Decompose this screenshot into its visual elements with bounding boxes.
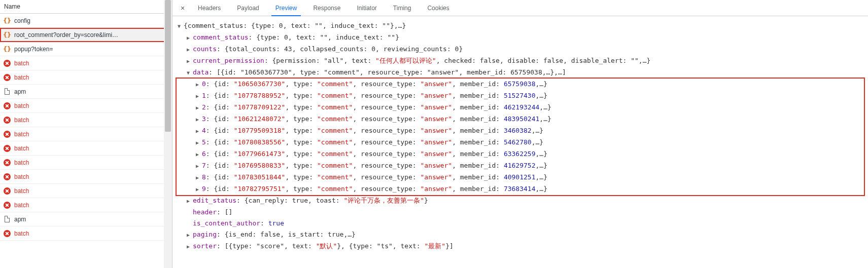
error-icon [3, 102, 11, 110]
expand-closed-icon[interactable] [196, 183, 202, 195]
json-line[interactable]: 8: {id: "10783051844", type: "comment", … [178, 172, 863, 183]
close-icon[interactable]: × [176, 4, 190, 12]
json-content: 8: {id: "10783051844", type: "comment", … [202, 172, 547, 183]
request-row[interactable]: batch [0, 170, 172, 184]
json-line[interactable]: is_content_author: true [178, 218, 863, 229]
request-row[interactable]: apm [0, 85, 172, 99]
expand-closed-icon[interactable] [187, 44, 193, 55]
json-line[interactable]: counts: {total_counts: 43, collapsed_cou… [178, 44, 863, 55]
expand-closed-icon[interactable] [187, 195, 193, 207]
json-line[interactable]: {comment_status: {type: 0, text: "", ind… [178, 20, 863, 32]
json-content: current_permission: {permission: "all", … [193, 55, 650, 66]
request-label: batch [14, 187, 29, 195]
json-line[interactable]: data: [{id: "10650367730", type: "commen… [178, 67, 863, 79]
expand-open-icon[interactable] [187, 67, 193, 79]
json-content: 6: {id: "10779661473", type: "comment", … [202, 148, 547, 160]
expand-closed-icon[interactable] [196, 90, 202, 102]
expand-closed-icon[interactable] [196, 102, 202, 113]
expand-closed-icon[interactable] [187, 229, 193, 241]
json-icon: {} [3, 31, 11, 39]
request-row[interactable]: batch [0, 141, 172, 156]
tabs-bar: × HeadersPayloadPreviewResponseInitiator… [172, 0, 868, 16]
expand-closed-icon[interactable] [196, 160, 202, 172]
tab-payload[interactable]: Payload [229, 0, 267, 16]
tab-response[interactable]: Response [305, 0, 349, 16]
json-content: data: [{id: "10650367730", type: "commen… [193, 67, 566, 78]
scrollbar[interactable] [164, 0, 172, 268]
tab-preview[interactable]: Preview [267, 0, 305, 16]
expand-closed-icon[interactable] [196, 125, 202, 137]
name-column-header[interactable]: Name [0, 0, 172, 14]
json-line[interactable]: 2: {id: "10778709122", type: "comment", … [178, 102, 863, 113]
json-line[interactable]: 5: {id: "10780838556", type: "comment", … [178, 137, 863, 148]
document-icon [3, 215, 11, 223]
request-row[interactable]: batch [0, 198, 172, 212]
expand-closed-icon[interactable] [196, 113, 202, 125]
request-label: batch [14, 202, 29, 209]
request-row[interactable]: {}root_comment?order_by=score&limi… [0, 28, 172, 42]
request-row[interactable]: {}popup?token= [0, 42, 172, 56]
json-content: 0: {id: "10650367730", type: "comment", … [202, 79, 547, 90]
json-line[interactable]: sorter: [{type: "score", text: "默认"}, {t… [178, 241, 863, 252]
json-line[interactable]: 7: {id: "10769580833", type: "comment", … [178, 160, 863, 172]
request-label: popup?token= [14, 46, 53, 53]
request-row[interactable]: apm [0, 212, 172, 226]
expand-closed-icon[interactable] [196, 172, 202, 183]
json-line[interactable]: comment_status: {type: 0, text: "", indu… [178, 32, 863, 44]
expand-closed-icon[interactable] [187, 55, 193, 67]
error-icon [3, 59, 11, 67]
json-line[interactable]: current_permission: {permission: "all", … [178, 55, 863, 67]
json-line[interactable]: 1: {id: "10778788952", type: "comment", … [178, 90, 863, 102]
json-icon: {} [3, 17, 11, 25]
request-label: batch [14, 145, 29, 152]
expand-closed-icon[interactable] [187, 241, 193, 252]
request-label: config [14, 17, 30, 24]
data-array-highlight: 0: {id: "10650367730", type: "comment", … [176, 78, 865, 196]
json-content: comment_status: {type: 0, text: "", indu… [193, 32, 399, 43]
request-row[interactable]: {}config [0, 14, 172, 28]
network-request-panel: Name {}config{}root_comment?order_by=sco… [0, 0, 172, 268]
request-list: {}config{}root_comment?order_by=score&li… [0, 14, 172, 268]
expand-closed-icon[interactable] [196, 137, 202, 148]
json-content: {comment_status: {type: 0, text: "", ind… [184, 20, 406, 31]
request-label: batch [14, 159, 29, 166]
expand-closed-icon[interactable] [187, 32, 193, 44]
tab-timing[interactable]: Timing [385, 0, 420, 16]
details-panel: × HeadersPayloadPreviewResponseInitiator… [172, 0, 868, 268]
json-line[interactable]: paging: {is_end: false, is_start: true,…… [178, 229, 863, 241]
json-line[interactable]: header: [] [178, 207, 863, 218]
tab-headers[interactable]: Headers [190, 0, 229, 16]
request-row[interactable]: batch [0, 127, 172, 141]
json-content: header: [] [193, 207, 232, 218]
json-line[interactable]: 9: {id: "10782795751", type: "comment", … [178, 183, 863, 195]
request-row[interactable]: batch [0, 184, 172, 198]
tab-cookies[interactable]: Cookies [419, 0, 457, 16]
error-icon [3, 73, 11, 82]
expand-open-icon[interactable] [178, 20, 184, 32]
request-label: apm [14, 88, 26, 95]
json-line[interactable]: 4: {id: "10779509318", type: "comment", … [178, 125, 863, 137]
preview-body[interactable]: {comment_status: {type: 0, text: "", ind… [172, 16, 868, 268]
json-line[interactable]: 3: {id: "10621248072", type: "comment", … [178, 113, 863, 125]
json-content: paging: {is_end: false, is_start: true,…… [193, 229, 356, 240]
request-row[interactable]: batch [0, 156, 172, 170]
request-row[interactable]: batch [0, 113, 172, 127]
json-icon: {} [3, 45, 11, 53]
error-icon [3, 187, 11, 195]
scrollbar-thumb[interactable] [165, 0, 171, 132]
request-row[interactable]: batch [0, 70, 172, 85]
request-label: batch [14, 230, 29, 237]
json-line[interactable]: 6: {id: "10779661473", type: "comment", … [178, 148, 863, 160]
request-row[interactable]: batch [0, 99, 172, 113]
expand-closed-icon[interactable] [196, 79, 202, 90]
request-label: batch [14, 131, 29, 138]
json-line[interactable]: 0: {id: "10650367730", type: "comment", … [178, 79, 863, 90]
request-row[interactable]: batch [0, 226, 172, 241]
tab-initiator[interactable]: Initiator [349, 0, 385, 16]
json-line[interactable]: edit_status: {can_reply: true, toast: "评… [178, 195, 863, 207]
expand-closed-icon[interactable] [196, 148, 202, 160]
json-content: 5: {id: "10780838556", type: "comment", … [202, 137, 543, 148]
json-content: 4: {id: "10779509318", type: "comment", … [202, 125, 543, 136]
request-row[interactable]: batch [0, 56, 172, 70]
request-label: root_comment?order_by=score&limi… [14, 31, 118, 39]
